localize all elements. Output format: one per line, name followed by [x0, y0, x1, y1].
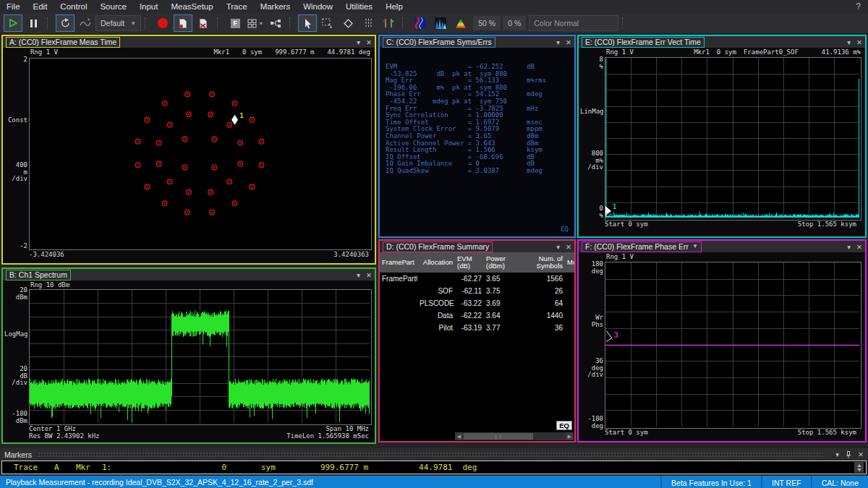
scroll-left-icon[interactable]: ◀ — [455, 432, 463, 440]
zoom-select-tool-button[interactable] — [318, 14, 337, 32]
err-vect-canvas[interactable] — [605, 58, 859, 218]
pointer-tool-button[interactable] — [298, 14, 317, 32]
summary-table-row[interactable]: Pilot-63.193.7736 — [380, 322, 574, 334]
summary-table-row[interactable]: FramePart0-62.273.651566 — [380, 273, 574, 285]
window-f-titlebar[interactable]: F: (CC0) FlexFrame Phase Err▼ ▾ ✕ — [579, 241, 865, 252]
menu-item-source[interactable]: Source — [93, 1, 132, 12]
pause-button[interactable] — [24, 14, 43, 32]
menu-item-input[interactable]: Input — [133, 1, 165, 12]
marker-row-spinner[interactable] — [854, 462, 864, 473]
constellation-canvas[interactable] — [30, 59, 370, 248]
close-icon[interactable]: ✕ — [566, 38, 571, 46]
summary-table-row[interactable]: PLSCODE-63.223.6964 — [380, 297, 574, 309]
spectrum-plot[interactable] — [29, 289, 372, 425]
status-segment[interactable]: CAL: None — [811, 476, 868, 488]
menu-item-trace[interactable]: Trace — [220, 1, 254, 12]
window-e-titlebar[interactable]: E: (CC0) FlexFrame Err Vect Time ▾ ✕ — [579, 36, 865, 48]
marker-name: Mkr1 — [213, 48, 229, 56]
summary-table-row[interactable]: Data-62.223.641440 — [380, 309, 574, 322]
menu-item-control[interactable]: Control — [54, 1, 93, 12]
close-recording-button[interactable] — [194, 14, 213, 32]
minimize-icon[interactable]: ▾ — [556, 38, 560, 46]
summary-col-header: Allocation — [417, 259, 455, 266]
horizontal-scrollbar[interactable]: ◀ | | ▶ — [455, 432, 574, 440]
menu-item-window[interactable]: Window — [297, 1, 339, 12]
frequency-button[interactable]: F — [226, 14, 244, 32]
close-icon[interactable]: ✕ — [856, 243, 862, 251]
menu-item-markers[interactable]: Markers — [254, 1, 297, 12]
summary-col-header: Power (dBm) — [484, 255, 514, 270]
toolbar-separator — [289, 17, 294, 29]
offset-percent-field[interactable]: 0 % — [503, 16, 526, 30]
pin-icon[interactable] — [846, 451, 851, 458]
menu-item-help[interactable]: Help — [379, 1, 409, 12]
x-axis-timelen: TimeLen 1.565938 mSec — [286, 433, 369, 440]
drag-texture — [38, 452, 823, 458]
summary-cell: 3.75 — [484, 287, 514, 295]
color-mode-select[interactable]: Color Normal — [529, 15, 618, 31]
window-d-titlebar[interactable]: D: (CC0) FlexFrame Summary ▾ ✕ — [380, 241, 574, 252]
spin-down-icon[interactable] — [857, 468, 861, 471]
menu-item-edit[interactable]: Edit — [27, 1, 54, 12]
menu-item-utilities[interactable]: Utilities — [339, 1, 379, 12]
playback-file-button[interactable] — [174, 14, 192, 32]
marker-tool-button[interactable] — [339, 14, 357, 32]
recording-close-icon — [198, 18, 208, 29]
chevron-down-icon[interactable]: ▾ — [835, 450, 839, 458]
waterfall-view-button[interactable] — [431, 14, 450, 32]
scroll-right-icon[interactable]: ▶ — [566, 432, 574, 440]
restart-button[interactable] — [56, 14, 75, 32]
y-axis-label: Const — [4, 117, 27, 124]
constellation-plot[interactable] — [29, 58, 372, 250]
window-syms-errs: C: (CC0) FlexFrame Syms/Errs ▾ ✕ EVM = -… — [378, 35, 576, 238]
window-e-content: Rng 1 V Mkr1 0 sym FramePart0_SOF 41.913… — [579, 48, 865, 236]
markers-panel-titlebar[interactable]: Markers ▾ ✕ — [0, 448, 868, 461]
window-a-titlebar[interactable]: A: (CC0) FlexFrame Meas Time ▾ ✕ — [3, 36, 375, 48]
flag-markers-button[interactable] — [379, 14, 398, 32]
menu-item-meassetup[interactable]: MeasSetup — [164, 1, 219, 12]
close-icon[interactable]: ✕ — [566, 243, 571, 251]
play-button[interactable] — [4, 14, 22, 32]
phase-err-canvas[interactable] — [605, 262, 859, 427]
summary-table: FramePartAllocationEVM (dB)Power (dBm)Nu… — [380, 252, 574, 334]
err-vect-plot[interactable] — [605, 57, 861, 221]
marker-readout-row[interactable]: Trace A Mkr 1: 0 sym 999.6777 m 44.9781 … — [1, 461, 867, 474]
prism-view-button[interactable] — [451, 14, 470, 32]
status-segment[interactable]: INT REF — [761, 476, 811, 488]
diamond-marker-icon — [344, 19, 353, 28]
minimize-icon[interactable]: ▾ — [847, 243, 851, 251]
status-segment[interactable]: Beta Features In Use: 1 — [660, 476, 761, 488]
record-button[interactable] — [153, 14, 172, 32]
band-markers-button[interactable] — [359, 14, 378, 32]
chevron-down-icon[interactable]: ▼ — [692, 242, 698, 251]
close-icon[interactable]: ✕ — [858, 450, 864, 458]
measurement-setup-button[interactable] — [266, 14, 285, 32]
frequency-f-icon: F — [231, 19, 240, 28]
spectrum-canvas[interactable] — [30, 290, 370, 423]
summary-cell: 36 — [514, 324, 565, 332]
minimize-icon[interactable]: ▾ — [357, 38, 360, 46]
signal-setup-button[interactable] — [76, 14, 95, 32]
close-icon[interactable]: ✕ — [366, 271, 372, 279]
layout-button[interactable]: ▼ — [246, 14, 265, 32]
scrollbar-thumb[interactable]: | | — [464, 433, 533, 440]
window-c-titlebar[interactable]: C: (CC0) FlexFrame Syms/Errs ▾ ✕ — [380, 36, 574, 48]
spin-up-icon[interactable] — [857, 464, 861, 467]
window-b-titlebar[interactable]: B: Ch1 Spectrum ▾ ✕ — [3, 269, 375, 281]
window-d-title: D: (CC0) FlexFrame Summary — [383, 241, 493, 252]
spectrogram-view-button[interactable] — [411, 14, 430, 32]
summary-table-row[interactable]: SOF-62.113.7526 — [380, 285, 574, 297]
zoom-percent-field[interactable]: 50 % — [473, 16, 501, 30]
minimize-icon[interactable]: ▾ — [357, 271, 360, 279]
marker-x: 0 sym — [242, 48, 262, 56]
minimize-icon[interactable]: ▾ — [847, 38, 851, 46]
minimize-icon[interactable]: ▾ — [556, 243, 560, 251]
close-icon[interactable]: ✕ — [856, 38, 862, 46]
help-icon[interactable]: ? — [856, 1, 861, 12]
y-axis-bottom: -180 dBm — [4, 411, 27, 424]
phase-err-plot[interactable] — [605, 262, 861, 429]
preset-select[interactable]: Default ▼ — [95, 15, 141, 31]
close-icon[interactable]: ✕ — [366, 38, 372, 46]
window-a-title: A: (CC0) FlexFrame Meas Time — [6, 37, 120, 48]
menu-item-file[interactable]: File — [0, 1, 27, 12]
